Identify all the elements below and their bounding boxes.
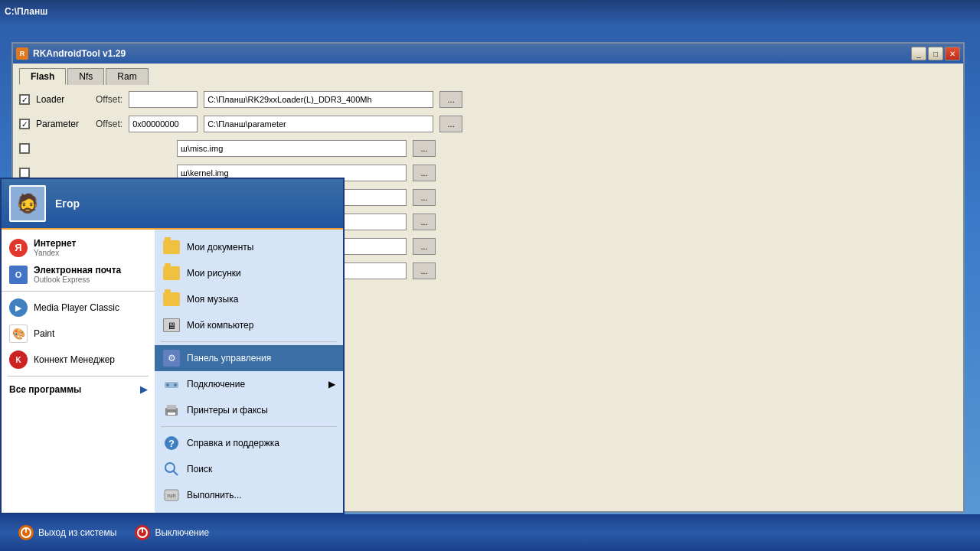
controlpanel-icon: ⚙ [162, 349, 181, 367]
internet-sublabel: Yandex [34, 249, 147, 257]
konn-label: Коннект Менеджер [34, 354, 147, 365]
start-menu-right: Мои документы Мои рисунки Моя музыка 🖥 М… [155, 230, 343, 513]
connection-arrow-icon: ▶ [328, 379, 335, 390]
printers-icon [162, 401, 181, 419]
svg-rect-5 [168, 412, 175, 415]
right-item-mymusic[interactable]: Моя музыка [155, 286, 343, 312]
maximize-button[interactable]: □ [928, 47, 943, 60]
misc-checkbox[interactable] [19, 143, 30, 154]
tab-flash[interactable]: Flash [19, 68, 66, 85]
start-menu-header: 🧔 Егор [2, 179, 343, 230]
kernel-browse-button[interactable]: ... [413, 165, 436, 181]
start-menu-body: Я Интернет Yandex O Электронная почта Ou… [2, 230, 343, 513]
loader-path-input[interactable] [204, 91, 433, 108]
tab-nfs[interactable]: Nfs [67, 68, 104, 85]
misc-browse-button[interactable]: ... [413, 140, 436, 157]
svg-point-1 [166, 383, 169, 386]
right-item-mycomputer[interactable]: 🖥 Мой компьютер [155, 312, 343, 338]
parameter-row: ✓ Parameter Offset: ... [19, 116, 957, 132]
sidebar-item-email[interactable]: O Электронная почта Outlook Express [2, 261, 155, 288]
right-item-search[interactable]: Поиск [155, 456, 343, 482]
search-icon [162, 460, 181, 478]
user-avatar: 🧔 [9, 185, 46, 222]
loader-checkbox[interactable]: ✓ [19, 94, 30, 105]
internet-label: Интернет [34, 238, 147, 249]
connection-icon [162, 375, 181, 393]
right-item-help[interactable]: ? Справка и поддержка [155, 430, 343, 456]
recovery-browse-button[interactable]: ... [413, 214, 436, 230]
minimize-button[interactable]: _ [911, 47, 926, 60]
paint-label: Paint [34, 328, 147, 339]
konn-icon: K [9, 350, 28, 369]
logout-button[interactable]: Выход из системы [9, 522, 126, 543]
start-menu-left: Я Интернет Yandex O Электронная почта Ou… [2, 230, 155, 513]
help-icon: ? [162, 434, 181, 452]
email-label: Электронная почта [34, 265, 147, 276]
divider-right-1 [161, 341, 337, 342]
logout-icon [18, 525, 34, 540]
sidebar-item-konn[interactable]: K Коннект Менеджер [2, 347, 155, 373]
parameter-browse-button[interactable]: ... [439, 116, 462, 132]
misc-row: ... [19, 140, 957, 157]
parameter-path-input[interactable] [204, 116, 433, 132]
right-item-printers[interactable]: Принтеры и факсы [155, 397, 343, 423]
parameter-offset-label: Offset: [96, 119, 122, 129]
mymusic-icon [162, 290, 181, 308]
svg-point-2 [174, 383, 177, 386]
mycomputer-icon: 🖥 [162, 316, 181, 334]
svg-rect-4 [167, 405, 176, 409]
shutdown-icon [135, 525, 150, 540]
tab-ram[interactable]: Ram [106, 68, 148, 85]
loader-browse-button[interactable]: ... [439, 91, 462, 108]
rk-title-text: R RKAndroidTool v1.29 [16, 47, 126, 60]
right-item-run[interactable]: run Выполнить... [155, 482, 343, 508]
system-browse-button[interactable]: ... [413, 238, 436, 255]
loader-label: Loader [36, 94, 90, 105]
loader-offset-label: Offset: [96, 94, 122, 105]
svg-text:run: run [167, 492, 176, 499]
outlook-icon: O [9, 266, 28, 284]
sidebar-item-internet[interactable]: Я Интернет Yandex [2, 234, 155, 261]
rk-icon: R [16, 47, 28, 60]
right-item-connection[interactable]: Подключение ▶ [155, 371, 343, 397]
email-sublabel: Outlook Express [34, 276, 147, 284]
boot-browse-button[interactable]: ... [413, 189, 436, 206]
parameter-checkbox[interactable]: ✓ [19, 119, 30, 129]
username-label: Егор [55, 197, 80, 210]
mediaplayer-icon: ▶ [9, 298, 28, 317]
all-programs-arrow-icon: ▶ [140, 384, 147, 395]
all-programs-item[interactable]: Все программы ▶ [2, 380, 155, 399]
taskbar: Выход из системы Выключение [0, 514, 980, 551]
paint-icon: 🎨 [9, 324, 28, 343]
loader-row: ✓ Loader Offset: ... [19, 91, 957, 108]
divider-left [8, 376, 149, 377]
parameter-offset-input[interactable] [129, 116, 198, 132]
rk-window-buttons: _ □ ✕ [911, 47, 960, 60]
mydocs-icon [162, 238, 181, 256]
empty-browse-button[interactable]: ... [413, 262, 436, 279]
right-item-mydocs[interactable]: Мои документы [155, 234, 343, 260]
svg-text:?: ? [168, 438, 175, 449]
right-item-mypics[interactable]: Мои рисунки [155, 260, 343, 286]
run-icon: run [162, 486, 181, 504]
right-item-controlpanel[interactable]: ⚙ Панель управления [155, 345, 343, 371]
sidebar-item-mediaplayer[interactable]: ▶ Media Player Classic [2, 295, 155, 321]
sidebar-item-paint[interactable]: 🎨 Paint [2, 321, 155, 347]
pinned-items: Я Интернет Yandex O Электронная почта Ou… [2, 234, 155, 292]
loader-offset-input[interactable] [129, 91, 198, 108]
start-menu: 🧔 Егор Я Интернет Yandex O [0, 178, 345, 514]
rk-titlebar: R RKAndroidTool v1.29 _ □ ✕ [13, 44, 963, 64]
mypics-icon [162, 264, 181, 282]
close-button[interactable]: ✕ [945, 47, 960, 60]
divider-right-2 [161, 426, 337, 427]
kernel-checkbox[interactable] [19, 168, 30, 178]
svg-line-9 [173, 471, 178, 475]
misc-path-input[interactable] [177, 140, 407, 157]
mediaplayer-label: Media Player Classic [34, 302, 147, 313]
shutdown-button[interactable]: Выключение [126, 522, 218, 543]
parameter-label: Parameter [36, 119, 90, 129]
top-bar: C:\Планш [0, 0, 980, 23]
yandex-icon: Я [9, 239, 28, 257]
top-bar-title: C:\Планш [5, 6, 47, 17]
rk-tabs: Flash Nfs Ram [19, 68, 957, 85]
